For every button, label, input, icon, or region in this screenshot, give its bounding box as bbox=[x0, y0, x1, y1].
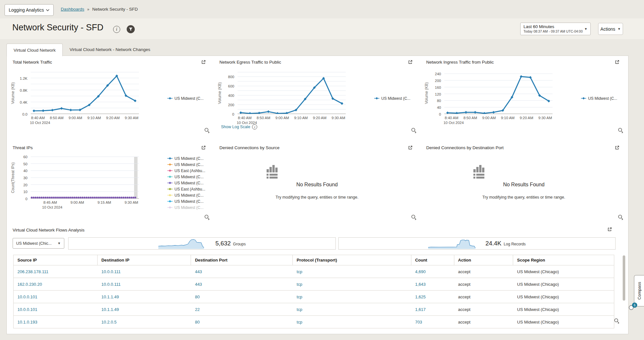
table-scrollbar[interactable] bbox=[623, 255, 625, 328]
y-axis-ticks: 04080120160200240 bbox=[430, 72, 444, 114]
cell-link[interactable]: 10.1.1.49 bbox=[98, 291, 191, 303]
cell-link[interactable]: 1,617 bbox=[411, 303, 454, 315]
cell-link[interactable]: 10.1.1.49 bbox=[98, 303, 191, 315]
cell-link[interactable]: 80 bbox=[191, 291, 293, 303]
legend-item[interactable]: US Midwest (C... bbox=[167, 204, 213, 211]
x-axis-ticks: 8:40 AM8:50 AM9:00 AM9:10 AM9:20 AM9:30 … bbox=[444, 116, 553, 127]
open-in-new-icon[interactable] bbox=[201, 145, 206, 150]
cell-link[interactable]: 443 bbox=[191, 278, 293, 290]
y-axis-label: Count(Threat IPs) bbox=[11, 157, 16, 199]
cell-link[interactable]: tcp bbox=[293, 265, 411, 278]
cell-link[interactable]: 80 bbox=[191, 316, 293, 328]
no-results-message: No Results Found Try modifying the query… bbox=[265, 164, 369, 200]
cell-link[interactable]: tcp bbox=[293, 291, 411, 303]
compass-widget[interactable]: Compass 6 bbox=[634, 275, 644, 306]
legend-item[interactable]: US East (Ashbu... bbox=[167, 186, 213, 192]
column-header[interactable]: Scope Region bbox=[513, 255, 614, 265]
tab-vcn-network-changes[interactable]: Virtual Cloud Network - Network Changes bbox=[63, 43, 157, 56]
cell-text: accept bbox=[454, 316, 513, 328]
cell-link[interactable]: 10.0.0.101 bbox=[14, 303, 98, 315]
actions-button-label: Actions bbox=[600, 26, 615, 32]
legend-item[interactable]: US Midwest (C... bbox=[581, 95, 627, 101]
breadcrumb-dashboards-link[interactable]: Dashboards bbox=[61, 7, 84, 12]
open-in-explore-icon[interactable] bbox=[411, 214, 417, 221]
open-in-new-icon[interactable] bbox=[607, 227, 612, 232]
table-row: 162.0.230.2010.0.0.111443tcp1,643acceptU… bbox=[13, 278, 614, 291]
cell-text: US Midwest (Chicago) bbox=[513, 316, 614, 328]
cell-link[interactable]: 162.0.230.20 bbox=[14, 278, 98, 290]
cell-link[interactable]: 10.0.0.101 bbox=[14, 291, 98, 303]
cell-link[interactable]: 10.2.0.5 bbox=[98, 316, 191, 328]
top-bar: Logging Analytics Dashboards » Network S… bbox=[0, 0, 644, 18]
open-in-explore-icon[interactable] bbox=[614, 318, 620, 324]
open-in-explore-icon[interactable] bbox=[204, 214, 210, 221]
cell-link[interactable]: 10.0.0.111 bbox=[98, 278, 191, 290]
legend-item[interactable]: US Midwest (C... bbox=[167, 198, 213, 204]
chart-plot-area[interactable] bbox=[31, 72, 139, 114]
legend-item[interactable]: US Midwest (C... bbox=[167, 192, 213, 198]
scope-select-caret-icon: ▼ bbox=[58, 242, 61, 245]
open-in-explore-icon[interactable] bbox=[618, 128, 624, 134]
x-axis-date: 10 Oct 2024 bbox=[42, 205, 74, 209]
open-in-new-icon[interactable] bbox=[408, 60, 413, 65]
legend-item[interactable]: US Midwest (C... bbox=[167, 155, 213, 161]
cell-text: US Midwest (Chicago) bbox=[513, 265, 614, 278]
widget-network-egress-traffic: Network Egress Traffic to Public Show Lo… bbox=[214, 56, 420, 139]
chart-legend: US Midwest (C... bbox=[374, 95, 420, 101]
table-row: 10.1.0.19310.2.0.580tcp703acceptUS Midwe… bbox=[13, 316, 614, 328]
no-results-chart-icon bbox=[265, 164, 280, 179]
dashboard-panel: Total Network Traffic Volume (KB)0.00.4K… bbox=[6, 56, 628, 334]
cell-link[interactable]: 443 bbox=[191, 265, 293, 278]
column-header[interactable]: Destination Port bbox=[191, 255, 293, 265]
widget-denied-connections-by-destination-port: Denied Connections by Destination Port N… bbox=[420, 141, 627, 226]
cell-link[interactable]: 1,643 bbox=[411, 278, 454, 290]
column-header[interactable]: Protocol (Transport) bbox=[293, 255, 411, 265]
filter-icon[interactable] bbox=[127, 25, 135, 33]
legend-item[interactable]: US Midwest (C... bbox=[374, 95, 420, 101]
cell-link[interactable]: tcp bbox=[293, 278, 411, 290]
widget-title: Network Egress Traffic to Public bbox=[219, 60, 281, 65]
cell-text: US Midwest (Chicago) bbox=[513, 278, 614, 290]
dashboard-info-icon[interactable]: i bbox=[113, 26, 120, 33]
column-header[interactable]: Source IP bbox=[14, 255, 98, 265]
legend-item[interactable]: US East (Ashbu... bbox=[167, 168, 213, 174]
open-in-new-icon[interactable] bbox=[408, 145, 413, 150]
open-in-new-icon[interactable] bbox=[201, 60, 206, 65]
open-in-explore-icon[interactable] bbox=[204, 128, 210, 134]
column-header[interactable]: Action bbox=[454, 255, 513, 265]
scope-region-select[interactable]: US Midwest (Chic... ▼ bbox=[13, 238, 64, 249]
cell-link[interactable]: 10.0.0.111 bbox=[98, 265, 191, 278]
open-in-new-icon[interactable] bbox=[615, 60, 619, 65]
cell-link[interactable]: 206.238.178.111 bbox=[14, 265, 98, 278]
legend-item[interactable]: US Midwest (C... bbox=[167, 95, 213, 101]
breadcrumb-separator: » bbox=[87, 7, 90, 12]
chart-plot-area[interactable] bbox=[444, 72, 553, 114]
cell-link[interactable]: tcp bbox=[293, 303, 411, 315]
widget-title: Total Network Traffic bbox=[13, 60, 52, 65]
cell-link[interactable]: 4,690 bbox=[411, 265, 454, 278]
open-in-new-icon[interactable] bbox=[615, 145, 619, 150]
compass-badge: 6 bbox=[632, 303, 637, 308]
actions-button[interactable]: Actions ▼ bbox=[598, 23, 623, 35]
legend-item[interactable]: US Midwest (C... bbox=[167, 161, 213, 168]
tab-virtual-cloud-network[interactable]: Virtual Cloud Network bbox=[6, 44, 63, 56]
open-in-explore-icon[interactable] bbox=[411, 128, 417, 134]
column-header[interactable]: Destination IP bbox=[98, 255, 191, 265]
time-range-selector[interactable]: Last 60 Minutes Today 08:37 AM - 09:37 A… bbox=[520, 23, 591, 35]
product-switcher-select[interactable]: Logging Analytics bbox=[5, 4, 54, 16]
cell-link[interactable]: tcp bbox=[293, 316, 411, 328]
product-switcher-label: Logging Analytics bbox=[9, 7, 44, 13]
cell-text: accept bbox=[454, 278, 513, 290]
column-header[interactable]: Count bbox=[411, 255, 454, 265]
legend-item[interactable]: US Midwest (C... bbox=[167, 180, 213, 186]
groups-stat-box: 5,632 Groups bbox=[68, 237, 336, 250]
legend-item[interactable]: US Midwest (C... bbox=[167, 174, 213, 180]
chart-plot-area[interactable] bbox=[238, 72, 346, 114]
widget-title: Denied Connections by Source bbox=[219, 145, 280, 150]
chart-plot-area[interactable] bbox=[31, 157, 139, 199]
cell-link[interactable]: 1,625 bbox=[411, 291, 454, 303]
cell-link[interactable]: 703 bbox=[411, 316, 454, 328]
open-in-explore-icon[interactable] bbox=[618, 214, 624, 221]
cell-link[interactable]: 10.1.0.193 bbox=[14, 316, 98, 328]
cell-link[interactable]: 22 bbox=[191, 303, 293, 315]
